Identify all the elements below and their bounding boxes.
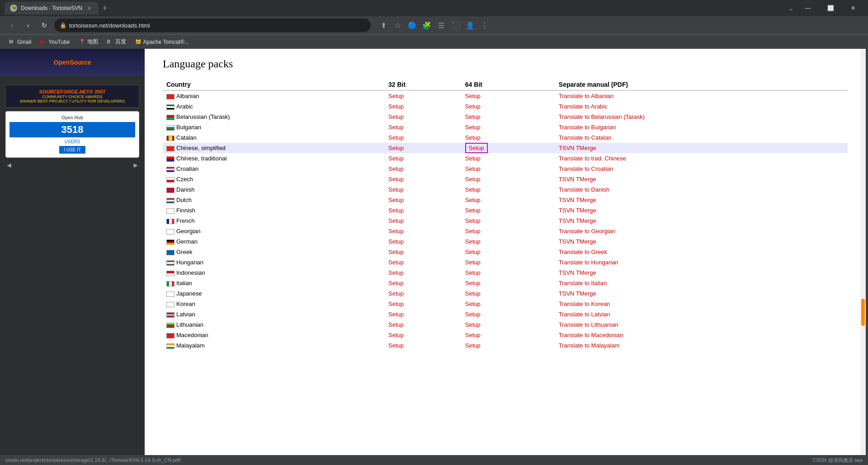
- bookmark-maps[interactable]: 📍 地图: [75, 37, 102, 47]
- setup-64bit-link[interactable]: Setup: [465, 207, 481, 214]
- active-tab[interactable]: 🐢 Downloads · TortoiseSVN ✕: [5, 2, 99, 14]
- bookmark-tomcat[interactable]: 🐱 Apache Tomcat®...: [132, 38, 193, 46]
- tmerge-link[interactable]: TMerge: [576, 217, 596, 224]
- translate-link[interactable]: Translate to Georgian: [559, 228, 615, 235]
- tmerge-link[interactable]: TMerge: [576, 290, 596, 297]
- setup-64bit-link[interactable]: Setup: [465, 311, 481, 318]
- translate-link[interactable]: Translate to Albanian: [559, 93, 614, 99]
- translate-link[interactable]: Translate to Catalan: [559, 134, 612, 141]
- scrollbar-thumb[interactable]: [861, 299, 865, 326]
- tmerge-link[interactable]: TMerge: [576, 197, 596, 203]
- setup-64bit-link[interactable]: Setup: [465, 228, 481, 235]
- share-icon[interactable]: ⬆: [378, 20, 389, 31]
- back-button[interactable]: ‹: [5, 19, 18, 32]
- translate-link[interactable]: Translate to trad. Chinese: [559, 155, 626, 162]
- tsvn-link[interactable]: TSVN: [559, 238, 575, 245]
- setup-32bit-link[interactable]: Setup: [388, 103, 404, 110]
- setup-64bit-link[interactable]: Setup: [465, 186, 481, 193]
- setup-32bit-link[interactable]: Setup: [388, 93, 404, 99]
- oh-use-it-button[interactable]: I USE IT: [59, 146, 85, 154]
- extensions-icon[interactable]: 🧩: [421, 20, 432, 31]
- setup-64bit-link[interactable]: Setup: [465, 155, 481, 162]
- bookmark-youtube[interactable]: ▶ YouTube: [37, 38, 73, 46]
- setup-64bit-link[interactable]: Setup: [465, 321, 481, 328]
- setup-32bit-link[interactable]: Setup: [388, 321, 404, 328]
- setup-64bit-link[interactable]: Setup: [465, 124, 481, 131]
- tmerge-link[interactable]: TMerge: [576, 176, 596, 183]
- setup-64bit-link[interactable]: Setup: [465, 249, 481, 255]
- tsvn-link[interactable]: TSVN: [559, 207, 575, 214]
- bookmark-gmail[interactable]: M Gmail: [5, 38, 35, 46]
- setup-64bit-link[interactable]: Setup: [465, 259, 481, 266]
- tsvn-link[interactable]: TSVN: [559, 176, 575, 183]
- setup-64bit-link[interactable]: Setup: [465, 113, 481, 120]
- setup-64bit-link[interactable]: Setup: [465, 290, 481, 297]
- tmerge-link[interactable]: TMerge: [576, 207, 596, 214]
- setup-32bit-link[interactable]: Setup: [388, 197, 404, 203]
- setup-32bit-link[interactable]: Setup: [388, 259, 404, 266]
- setup-32bit-link[interactable]: Setup: [388, 290, 404, 297]
- setup-64bit-link[interactable]: Setup: [465, 103, 481, 110]
- setup-64bit-link[interactable]: Setup: [465, 269, 481, 276]
- setup-32bit-link[interactable]: Setup: [388, 134, 404, 141]
- minimize-button[interactable]: —: [797, 0, 818, 16]
- translate-link[interactable]: Translate to Danish: [559, 186, 609, 193]
- profile-icon[interactable]: 👤: [465, 20, 476, 31]
- setup-64bit-link[interactable]: Setup: [465, 332, 481, 338]
- tab-overflow-button[interactable]: ⌄: [788, 5, 794, 12]
- translate-link[interactable]: Translate to Lithuanian: [559, 321, 618, 328]
- translate-link[interactable]: Translate to Latvian: [559, 311, 610, 318]
- tsvn-link[interactable]: TSVN: [559, 197, 575, 203]
- setup-64bit-link[interactable]: Setup: [465, 176, 481, 183]
- tsvn-link[interactable]: TSVN: [559, 290, 575, 297]
- translate-link[interactable]: Translate to Belarussian (Tarask): [559, 113, 645, 120]
- setup-64bit-link[interactable]: Setup: [465, 217, 481, 224]
- setup-32bit-link[interactable]: Setup: [388, 186, 404, 193]
- setup-32bit-link[interactable]: Setup: [388, 207, 404, 214]
- tsvn-link[interactable]: TSVN: [559, 269, 575, 276]
- translate-link[interactable]: Translate to Macedonian: [559, 332, 623, 338]
- tsvn-link[interactable]: TSVN: [559, 145, 575, 151]
- setup-32bit-link[interactable]: Setup: [388, 113, 404, 120]
- maximize-button[interactable]: ⬜: [820, 0, 841, 16]
- setup-64bit-link[interactable]: Setup: [465, 301, 481, 307]
- setup-32bit-link[interactable]: Setup: [388, 332, 404, 338]
- chrome-icon[interactable]: 🔵: [407, 20, 418, 31]
- setup-64bit-link[interactable]: Setup: [465, 93, 481, 99]
- translate-link[interactable]: Translate to Hungarian: [559, 259, 618, 266]
- close-button[interactable]: ✕: [843, 0, 863, 16]
- tmerge-link[interactable]: TMerge: [576, 145, 596, 151]
- setup-32bit-link[interactable]: Setup: [388, 124, 404, 131]
- translate-link[interactable]: Translate to Bulgarian: [559, 124, 616, 131]
- address-input[interactable]: 🔒 tortoisesvn.net/downloads.html: [54, 19, 371, 32]
- new-tab-button[interactable]: +: [99, 2, 111, 14]
- setup-64bit-link[interactable]: Setup: [465, 165, 481, 172]
- reading-list-icon[interactable]: ☰: [436, 20, 447, 31]
- translate-link[interactable]: Translate to Malayalam: [559, 342, 620, 349]
- translate-link[interactable]: Translate to Arabic: [559, 103, 608, 110]
- setup-32bit-link[interactable]: Setup: [388, 165, 404, 172]
- setup-64bit-link[interactable]: Setup: [465, 342, 481, 349]
- setup-64bit-link[interactable]: Setup: [465, 197, 481, 203]
- tmerge-link[interactable]: TMerge: [576, 238, 596, 245]
- split-screen-icon[interactable]: ⬛: [450, 20, 461, 31]
- setup-32bit-link[interactable]: Setup: [388, 249, 404, 255]
- setup-32bit-link[interactable]: Setup: [388, 145, 404, 151]
- translate-link[interactable]: Translate to Korean: [559, 301, 610, 307]
- setup-32bit-link[interactable]: Setup: [388, 280, 404, 287]
- tmerge-link[interactable]: TMerge: [576, 269, 596, 276]
- setup-32bit-link[interactable]: Setup: [388, 228, 404, 235]
- setup-32bit-link[interactable]: Setup: [388, 269, 404, 276]
- setup-64bit-link[interactable]: Setup: [465, 143, 488, 153]
- tsvn-link[interactable]: TSVN: [559, 217, 575, 224]
- setup-64bit-link[interactable]: Setup: [465, 238, 481, 245]
- tab-close-button[interactable]: ✕: [86, 5, 93, 12]
- forward-button[interactable]: ›: [22, 19, 34, 32]
- bookmark-baidu[interactable]: B 百度: [104, 37, 130, 47]
- setup-32bit-link[interactable]: Setup: [388, 301, 404, 307]
- menu-icon[interactable]: ⋮: [479, 20, 490, 31]
- setup-32bit-link[interactable]: Setup: [388, 217, 404, 224]
- left-scroll-right[interactable]: ►: [132, 161, 139, 169]
- setup-32bit-link[interactable]: Setup: [388, 238, 404, 245]
- setup-64bit-link[interactable]: Setup: [465, 280, 481, 287]
